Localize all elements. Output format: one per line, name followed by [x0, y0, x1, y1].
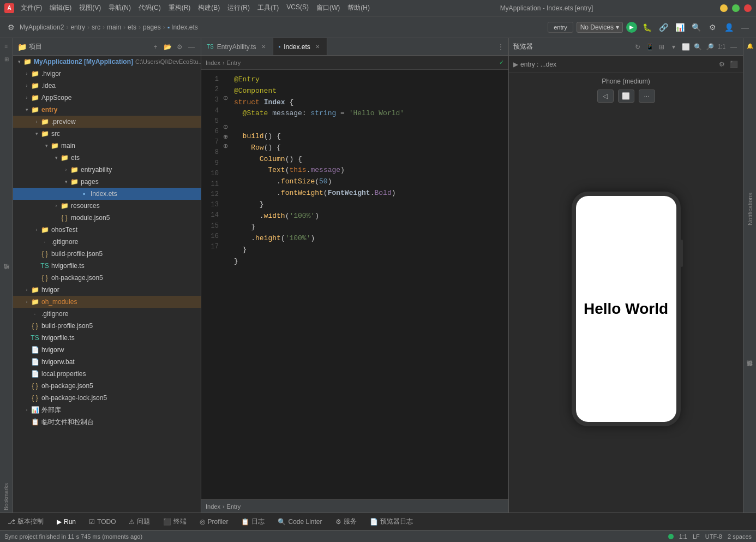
breadcrumb-item-7[interactable]: ▪ Index.ets [167, 23, 198, 31]
device-more-btn[interactable]: ··· [639, 90, 655, 103]
preview-sub-icon2[interactable]: ⬛ [729, 59, 739, 69]
preview-separate-icon[interactable]: ⬜ [681, 42, 691, 52]
new-folder-icon[interactable]: 📂 [163, 42, 172, 52]
tree-ets[interactable]: ▾ 📁 ets [13, 152, 201, 164]
tree-appscope[interactable]: › 📁 AppScope [13, 92, 201, 104]
bottom-tab-previewlog[interactable]: 📄 预览器日志 [367, 516, 416, 527]
menu-vcs[interactable]: VCS(S) [283, 2, 312, 14]
run-button[interactable]: ▶ [626, 22, 637, 33]
tree-build-profile-entry[interactable]: { } build-profile.json5 [13, 248, 201, 260]
tree-ohpackage-lock[interactable]: { } oh-package-lock.json5 [13, 392, 201, 404]
tree-preview[interactable]: › 📁 .preview [13, 116, 201, 128]
breadcrumb-entry[interactable]: Entry [227, 59, 241, 66]
breadcrumb-item-3[interactable]: src [92, 23, 100, 31]
left-icon-1[interactable]: ≡ [1, 40, 12, 51]
status-position[interactable]: 1:1 [679, 533, 687, 540]
bottom-entry[interactable]: Entry [227, 503, 241, 510]
tree-temp[interactable]: 📋 临时文件和控制台 [13, 416, 201, 428]
tree-oh-modules[interactable]: › 📁 oh_modules [13, 296, 201, 308]
tree-external[interactable]: › 📊 外部库 [13, 404, 201, 416]
menu-view[interactable]: 视图(V) [76, 2, 104, 14]
debug-icon[interactable]: 🐛 [640, 21, 653, 34]
preview-device-icon[interactable]: 📱 [645, 42, 655, 52]
status-line-ending[interactable]: LF [693, 533, 700, 540]
panel-settings-icon[interactable]: ⚙ [175, 42, 184, 52]
menu-window[interactable]: 窗口(W) [313, 2, 343, 14]
menu-help[interactable]: 帮助(H) [344, 2, 373, 14]
bottom-tab-terminal[interactable]: ⬛ 终端 [160, 516, 190, 527]
tree-gitignore-entry[interactable]: · .gitignore [13, 236, 201, 248]
tree-hvigorfile-root[interactable]: TS hvigorfile.ts [13, 332, 201, 344]
tree-entryability[interactable]: › 📁 entryability [13, 164, 201, 176]
tree-resources[interactable]: › 📁 resources [13, 200, 201, 212]
left-icon-2[interactable]: ⊞ [1, 53, 12, 64]
breadcrumb-item-6[interactable]: pages [143, 23, 161, 31]
profile-icon[interactable]: 📊 [673, 21, 686, 34]
menu-run[interactable]: 运行(R) [224, 2, 253, 14]
preview-minimize-icon[interactable]: — [729, 42, 739, 52]
menu-edit[interactable]: 编辑(E) [46, 2, 75, 14]
bottom-tab-profiler[interactable]: ◎ Profiler [196, 517, 231, 527]
status-indent[interactable]: 2 spaces [728, 533, 752, 540]
tree-index-ets[interactable]: ▪ Index.ets [13, 188, 201, 200]
menu-code[interactable]: 代码(C) [135, 2, 164, 14]
tree-hvigorw[interactable]: 📄 hvigorw [13, 344, 201, 356]
bottom-tab-log[interactable]: 📋 日志 [238, 516, 268, 527]
tab-entryability[interactable]: TS EntryAbility.ts ✕ [201, 38, 273, 56]
tree-hvigor-root[interactable]: › 📁 hvigor [13, 284, 201, 296]
preview-sidebar-label[interactable]: 预览器 [745, 367, 755, 376]
tree-entry[interactable]: ▾ 📁 entry [13, 104, 201, 116]
gear-toolbar-icon[interactable]: ⚙ [706, 21, 719, 34]
tree-src[interactable]: ▾ 📁 src [13, 128, 201, 140]
breadcrumb-item-4[interactable]: main [107, 23, 121, 31]
preview-sub-icon1[interactable]: ⚙ [717, 59, 727, 69]
menu-tools[interactable]: 工具(T) [254, 2, 282, 14]
bottom-tab-service[interactable]: ⚙ 服务 [332, 516, 360, 527]
tree-build-profile-root[interactable]: { } build-profile.json5 [13, 320, 201, 332]
panel-minimize-icon[interactable]: — [187, 42, 196, 52]
tree-idea[interactable]: › 📁 .idea [13, 80, 201, 92]
tree-hvigorw-bat[interactable]: 📄 hvigorw.bat [13, 356, 201, 368]
preview-dropdown-icon[interactable]: ▾ [669, 42, 679, 52]
tree-gitignore-root[interactable]: · .gitignore [13, 308, 201, 320]
tree-module-json5[interactable]: { } module.json5 [13, 212, 201, 224]
preview-grid-icon[interactable]: ⊞ [657, 42, 667, 52]
bottom-tab-run[interactable]: ▶ Run [53, 517, 79, 527]
entryability-tab-close[interactable]: ✕ [260, 43, 267, 51]
menu-refactor[interactable]: 重构(R) [165, 2, 194, 14]
tree-hvigorfile-entry[interactable]: TS hvigorfile.ts [13, 260, 201, 272]
user-icon[interactable]: 👤 [722, 21, 735, 34]
tree-ohpackage-entry[interactable]: { } oh-package.json5 [13, 272, 201, 284]
bottom-tab-todo[interactable]: ☑ TODO [86, 517, 119, 527]
attach-icon[interactable]: 🔗 [657, 21, 670, 34]
tree-ohpackage-root[interactable]: { } oh-package.json5 [13, 380, 201, 392]
breadcrumb-item-2[interactable]: entry [70, 23, 85, 31]
status-encoding[interactable]: UTF-8 [705, 533, 722, 540]
tab-index[interactable]: ▪ Index.ets ✕ [273, 38, 327, 56]
bookmarks-label[interactable]: Bookmarks [3, 483, 9, 510]
breadcrumb-item-1[interactable]: MyApplication2 [20, 23, 64, 31]
new-file-icon[interactable]: + [151, 42, 160, 52]
device-back-btn[interactable]: ◁ [597, 90, 614, 103]
bottom-tab-codelinter[interactable]: 🔍 Code Linter [274, 517, 325, 527]
preview-refresh-icon[interactable]: ↻ [633, 42, 643, 52]
tree-pages[interactable]: ▾ 📁 pages [13, 176, 201, 188]
preview-zoom-in-icon[interactable]: 🔍 [693, 42, 703, 52]
right-icon-1[interactable]: 🔔 [745, 40, 755, 51]
close-button[interactable] [744, 4, 752, 12]
menu-nav[interactable]: 导航(N) [105, 2, 134, 14]
settings-icon[interactable]: ⚙ [4, 21, 17, 34]
menu-build[interactable]: 构建(B) [195, 2, 223, 14]
tree-main[interactable]: ▾ 📁 main [13, 140, 201, 152]
notifications-label[interactable]: Notifications [746, 188, 754, 230]
bottom-tab-problems[interactable]: ⚠ 问题 [125, 516, 153, 527]
index-tab-close[interactable]: ✕ [314, 43, 321, 51]
tree-ohostest[interactable]: › 📁 ohosTest [13, 224, 201, 236]
bottom-tab-vcs[interactable]: ⎇ 版本控制 [4, 516, 47, 527]
device-selector[interactable]: No Devices ▾ [577, 22, 623, 33]
code-content[interactable]: @Entry @Component struct Index { @State … [232, 70, 508, 499]
menu-file[interactable]: 文件(F) [17, 2, 45, 14]
tree-root[interactable]: ▾ 📁 MyApplication2 [MyApplication] C:\Us… [13, 56, 201, 68]
bottom-index[interactable]: Index [206, 503, 220, 510]
search-toolbar-icon[interactable]: 🔍 [689, 21, 703, 34]
